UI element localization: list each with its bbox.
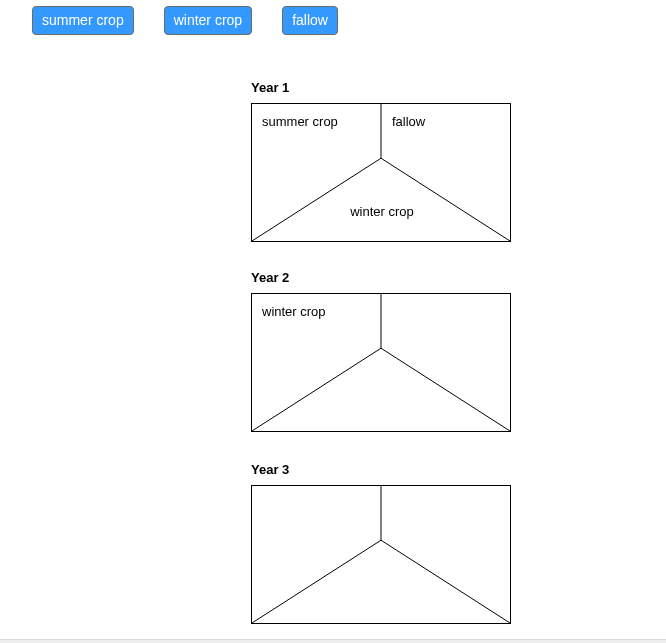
year-1-slot-top-right[interactable]: fallow bbox=[392, 114, 502, 129]
svg-line-4 bbox=[252, 348, 381, 431]
year-2-title: Year 2 bbox=[251, 270, 511, 285]
draggable-chip-bar: summer crop winter crop fallow bbox=[32, 6, 338, 35]
year-1-block: Year 1 summer crop fallow winter crop bbox=[251, 80, 511, 242]
year-1-slot-top-left[interactable]: summer crop bbox=[262, 114, 377, 129]
year-1-field[interactable]: summer crop fallow winter crop bbox=[251, 103, 511, 242]
year-3-title: Year 3 bbox=[251, 462, 511, 477]
year-2-field[interactable]: winter crop bbox=[251, 293, 511, 432]
svg-line-1 bbox=[252, 158, 381, 241]
svg-line-8 bbox=[381, 540, 510, 623]
year-2-slot-top-left[interactable]: winter crop bbox=[262, 304, 377, 319]
chip-summer-crop[interactable]: summer crop bbox=[32, 6, 134, 35]
field-divider-icon bbox=[252, 486, 510, 623]
svg-line-5 bbox=[381, 348, 510, 431]
year-1-slot-bottom[interactable]: winter crop bbox=[252, 204, 512, 219]
year-2-block: Year 2 winter crop bbox=[251, 270, 511, 432]
year-3-block: Year 3 bbox=[251, 462, 511, 624]
svg-line-7 bbox=[252, 540, 381, 623]
footer-divider bbox=[0, 639, 666, 643]
year-3-field[interactable] bbox=[251, 485, 511, 624]
chip-fallow[interactable]: fallow bbox=[282, 6, 338, 35]
chip-winter-crop[interactable]: winter crop bbox=[164, 6, 252, 35]
year-1-title: Year 1 bbox=[251, 80, 511, 95]
svg-line-2 bbox=[381, 158, 510, 241]
